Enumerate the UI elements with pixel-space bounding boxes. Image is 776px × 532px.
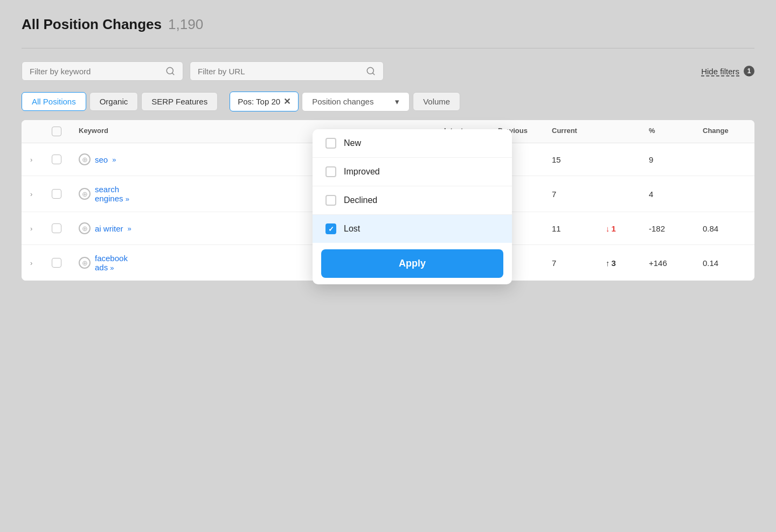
current-cell: 7: [552, 258, 606, 268]
th-volume-change: Change: [703, 127, 746, 136]
apply-button[interactable]: Apply: [321, 249, 503, 278]
current-cell: 11: [552, 224, 606, 233]
change-down-cell: ↓1: [606, 224, 649, 233]
filter-tag-remove[interactable]: ✕: [283, 96, 290, 107]
url-filter-input[interactable]: [198, 67, 361, 76]
declined-checkbox[interactable]: [325, 195, 336, 206]
current-cell: 15: [552, 155, 606, 164]
th-expand: [30, 127, 52, 136]
row-checkbox[interactable]: [52, 223, 61, 233]
improved-label: Improved: [344, 167, 380, 177]
lost-label: Lost: [344, 224, 360, 234]
volume-button[interactable]: Volume: [413, 92, 460, 111]
row-expand-btn[interactable]: ›: [30, 190, 52, 198]
percent-cell: 9: [649, 155, 703, 164]
select-all-checkbox[interactable]: [52, 127, 61, 136]
declined-label: Declined: [344, 195, 377, 205]
row-checkbox[interactable]: [52, 155, 61, 164]
keyword-link-2[interactable]: ads »: [95, 263, 128, 272]
row-expand-btn[interactable]: ›: [30, 225, 52, 233]
pos-top20-filter-tag: Pos: Top 20 ✕: [230, 92, 299, 111]
lost-checkbox[interactable]: ✓: [325, 223, 336, 234]
dropdown-item-improved[interactable]: Improved: [313, 158, 512, 186]
new-label: New: [344, 138, 361, 148]
keyword-add-icon[interactable]: ⊕: [79, 153, 91, 165]
tab-organic[interactable]: Organic: [89, 92, 138, 111]
tab-all-positions[interactable]: All Positions: [22, 92, 86, 111]
row-checkbox[interactable]: [52, 189, 61, 199]
keyword-add-icon[interactable]: ⊕: [79, 222, 91, 234]
dropdown-item-new[interactable]: New: [313, 129, 512, 158]
keyword-link[interactable]: search: [95, 185, 129, 194]
search-icon-url: [366, 66, 376, 76]
change-up-cell: ↑3: [606, 258, 649, 268]
th-percent: %: [649, 127, 703, 136]
dropdown-item-declined[interactable]: Declined: [313, 186, 512, 215]
current-cell: 7: [552, 190, 606, 199]
url-filter-wrap[interactable]: [190, 61, 384, 81]
keyword-filter-wrap[interactable]: [22, 61, 183, 81]
svg-line-3: [372, 73, 374, 74]
percent-cell: 4: [649, 190, 703, 199]
search-icon: [165, 66, 175, 76]
tab-serp-features[interactable]: SERP Features: [141, 92, 218, 111]
hide-filters-button[interactable]: Hide filters 1: [701, 66, 754, 76]
up-arrow-icon: ↑: [606, 258, 610, 268]
tabs-row: All Positions Organic SERP Features Pos:…: [22, 92, 754, 111]
improved-checkbox[interactable]: [325, 166, 336, 177]
row-expand-btn[interactable]: ›: [30, 156, 52, 164]
row-expand-btn[interactable]: ›: [30, 259, 52, 267]
keyword-link-2[interactable]: engines »: [95, 194, 129, 203]
keyword-add-icon[interactable]: ⊕: [79, 257, 91, 269]
filter-count-badge: 1: [744, 66, 754, 76]
chevron-down-icon: ▾: [395, 97, 399, 107]
keyword-filter-input[interactable]: [30, 67, 160, 76]
divider: [22, 48, 754, 48]
percent-cell: +146: [649, 258, 703, 268]
position-changes-dropdown-menu: New Improved Declined ✓ Lost Apply: [313, 129, 512, 284]
row-checkbox[interactable]: [52, 258, 61, 268]
dropdown-item-lost[interactable]: ✓ Lost: [313, 215, 512, 243]
page-header: All Position Changes 1,190: [22, 16, 754, 33]
th-change: [606, 127, 649, 136]
main-container: All Position Changes 1,190 Hide filters …: [0, 0, 776, 297]
th-current: Current: [552, 127, 606, 136]
keyword-add-icon[interactable]: ⊕: [79, 188, 91, 200]
percent-cell: -182: [649, 224, 703, 233]
keyword-arrows: »: [128, 225, 131, 233]
position-changes-label: Position changes: [312, 97, 373, 106]
new-checkbox[interactable]: [325, 138, 336, 149]
position-changes-dropdown[interactable]: Position changes ▾: [302, 92, 410, 111]
page-count: 1,190: [168, 16, 203, 33]
keyword-link[interactable]: facebook: [95, 254, 128, 263]
keyword-link[interactable]: seo: [95, 155, 108, 164]
hide-filters-label: Hide filters: [701, 67, 739, 76]
page-title: All Position Changes: [22, 16, 162, 33]
volume-change-cell: 0.14: [703, 258, 746, 268]
filters-row: Hide filters 1: [22, 61, 754, 81]
keyword-arrows: »: [112, 156, 116, 164]
th-checkbox: [52, 127, 79, 136]
svg-line-1: [172, 73, 174, 74]
volume-change-cell: 0.84: [703, 224, 746, 233]
checkmark-icon: ✓: [328, 225, 334, 233]
filter-tag-label: Pos: Top 20: [238, 97, 280, 106]
keyword-link[interactable]: ai writer: [95, 224, 123, 233]
down-arrow-icon: ↓: [606, 224, 610, 233]
